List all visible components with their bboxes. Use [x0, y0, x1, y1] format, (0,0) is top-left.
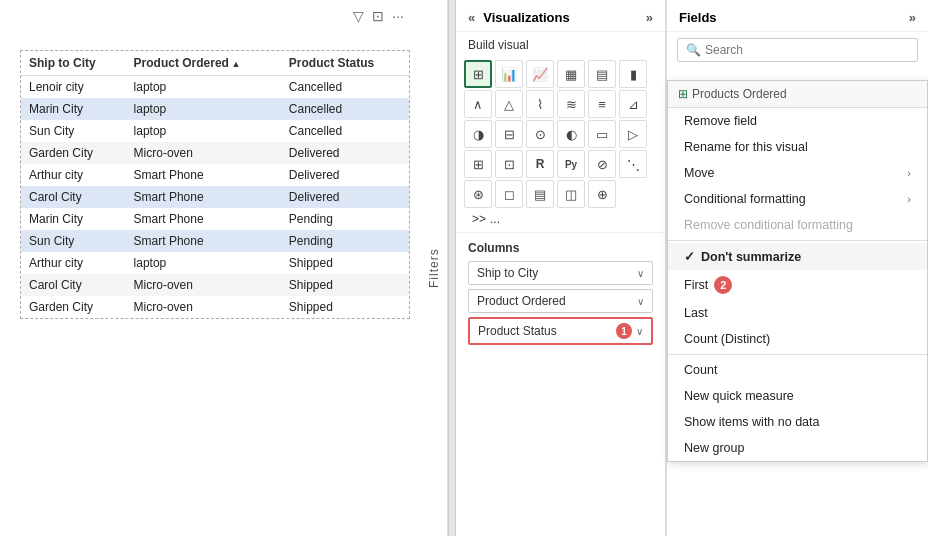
- table-cell-product: Smart Phone: [126, 164, 281, 186]
- context-menu-item-11[interactable]: Show items with no data: [668, 409, 927, 435]
- viz-col-icon[interactable]: ▮: [619, 60, 647, 88]
- table-row: Arthur citylaptopShipped: [21, 252, 409, 274]
- field-pill-2[interactable]: Product Status1∨: [468, 317, 653, 345]
- table-cell-city: Marin City: [21, 208, 126, 230]
- viz-combo-icon[interactable]: ⌇: [526, 90, 554, 118]
- viz-map-icon[interactable]: ⊙: [526, 120, 554, 148]
- table-cell-product: laptop: [126, 76, 281, 99]
- context-menu-item-8[interactable]: Count (Distinct): [668, 326, 927, 352]
- context-menu-header: ⊞ Products Ordered: [668, 81, 927, 108]
- context-menu-item-6[interactable]: First2: [668, 270, 927, 300]
- table-cell-status: Shipped: [281, 274, 409, 296]
- viz-row-1: ⊞ 📊 📈 ▦ ▤ ▮: [464, 60, 657, 88]
- viz-collapse-arrow[interactable]: «: [468, 10, 475, 25]
- filters-sidebar[interactable]: Filters: [420, 0, 448, 536]
- table-cell-status: Shipped: [281, 252, 409, 274]
- table-cell-status: Cancelled: [281, 120, 409, 142]
- table-cell-status: Delivered: [281, 164, 409, 186]
- menu-item-label-0: Remove field: [684, 114, 757, 128]
- viz-shape-icon[interactable]: ◫: [557, 180, 585, 208]
- table-area: ▽ ⊡ ··· Ship to City Product Ordered Pro…: [0, 0, 420, 536]
- context-menu-item-2[interactable]: Move›: [668, 160, 927, 186]
- table-cell-city: Lenoir city: [21, 76, 126, 99]
- table-cell-city: Garden City: [21, 142, 126, 164]
- menu-item-label-8: Count (Distinct): [684, 332, 770, 346]
- field-pill-label-1: Product Ordered: [477, 294, 566, 308]
- build-visual-label: Build visual: [456, 32, 665, 56]
- menu-divider: [668, 240, 927, 241]
- menu-item-label-3: Conditional formatting: [684, 192, 806, 206]
- table-cell-status: Delivered: [281, 142, 409, 164]
- viz-smart-icon[interactable]: ⊛: [464, 180, 492, 208]
- menu-item-label-11: Show items with no data: [684, 415, 820, 429]
- viz-py-icon[interactable]: Py: [557, 150, 585, 178]
- viz-stacked-icon[interactable]: ▤: [588, 60, 616, 88]
- data-table: Ship to City Product Ordered Product Sta…: [20, 50, 410, 319]
- viz-bar2-icon[interactable]: ▦: [557, 60, 585, 88]
- table-icon: ⊞: [678, 87, 688, 101]
- viz-pie-icon[interactable]: ◑: [464, 120, 492, 148]
- viz-expand-arrow[interactable]: »: [646, 10, 653, 25]
- viz-bar-icon[interactable]: 📊: [495, 60, 523, 88]
- search-input[interactable]: [705, 43, 909, 57]
- viz-more[interactable]: >> ...: [464, 210, 657, 228]
- fields-expand[interactable]: »: [909, 10, 916, 25]
- filter-icon[interactable]: ▽: [353, 8, 364, 24]
- viz-slicer-icon[interactable]: ▤: [526, 180, 554, 208]
- right-side: « Visualizations » Build visual ⊞ 📊 📈 ▦ …: [456, 0, 928, 536]
- viz-funnel-icon[interactable]: ⊿: [619, 90, 647, 118]
- search-icon: 🔍: [686, 43, 701, 57]
- viz-filled-map-icon[interactable]: ⊕: [588, 180, 616, 208]
- table-row: Garden CityMicro-ovenShipped: [21, 296, 409, 318]
- viz-ribbon-icon[interactable]: ≋: [557, 90, 585, 118]
- viz-waterfall-icon[interactable]: ≡: [588, 90, 616, 118]
- viz-kpi-icon[interactable]: ▷: [619, 120, 647, 148]
- context-menu-item-7[interactable]: Last: [668, 300, 927, 326]
- viz-matrix-icon[interactable]: ⊞: [464, 150, 492, 178]
- context-menu-item-5[interactable]: ✓ Don't summarize: [668, 243, 927, 270]
- table-row: Lenoir citylaptopCancelled: [21, 76, 409, 99]
- context-menu-item-0[interactable]: Remove field: [668, 108, 927, 134]
- context-menu-item-12[interactable]: New group: [668, 435, 927, 461]
- viz-row-4: ⊞ ⊡ R Py ⊘ ⋱: [464, 150, 657, 178]
- field-pill-0[interactable]: Ship to City∨: [468, 261, 653, 285]
- context-menu-item-9[interactable]: Count: [668, 357, 927, 383]
- viz-scatter-icon[interactable]: △: [495, 90, 523, 118]
- col-header-product: Product Ordered: [126, 51, 281, 76]
- visualizations-panel: « Visualizations » Build visual ⊞ 📊 📈 ▦ …: [456, 0, 666, 536]
- table-cell-status: Pending: [281, 230, 409, 252]
- menu-item-label-9: Count: [684, 363, 717, 377]
- more-icon[interactable]: ···: [392, 8, 404, 24]
- viz-row-3: ◑ ⊟ ⊙ ◐ ▭ ▷: [464, 120, 657, 148]
- menu-item-label-12: New group: [684, 441, 744, 455]
- viz-table-icon[interactable]: ⊞: [464, 60, 492, 88]
- toolbar-icons: ▽ ⊡ ···: [353, 8, 404, 24]
- viz-table2-icon[interactable]: ⊡: [495, 150, 523, 178]
- viz-area-icon[interactable]: ∧: [464, 90, 492, 118]
- viz-qs-icon[interactable]: ⊘: [588, 150, 616, 178]
- field-pill-arrow-1: ∨: [637, 296, 644, 307]
- submenu-arrow-2: ›: [907, 167, 911, 179]
- menu-item-label-10: New quick measure: [684, 389, 794, 403]
- table-row: Garden CityMicro-ovenDelivered: [21, 142, 409, 164]
- field-badge-2: 1: [616, 323, 632, 339]
- table-cell-city: Marin City: [21, 98, 126, 120]
- viz-gauge-icon[interactable]: ◐: [557, 120, 585, 148]
- field-pill-1[interactable]: Product Ordered∨: [468, 289, 653, 313]
- viz-line-icon[interactable]: 📈: [526, 60, 554, 88]
- viz-chat-icon[interactable]: ◻: [495, 180, 523, 208]
- check-mark-icon: ✓: [684, 249, 695, 264]
- fields-panel: Fields » 🔍 ⊞ Products Ordered Remove fie…: [666, 0, 928, 536]
- table-cell-product: Micro-oven: [126, 296, 281, 318]
- context-menu-item-3[interactable]: Conditional formatting›: [668, 186, 927, 212]
- viz-r-icon[interactable]: R: [526, 150, 554, 178]
- table-row: Marin CitylaptopCancelled: [21, 98, 409, 120]
- fields-header: Fields »: [667, 0, 928, 32]
- viz-card-icon[interactable]: ▭: [588, 120, 616, 148]
- search-box[interactable]: 🔍: [677, 38, 918, 62]
- viz-treemap-icon[interactable]: ⊟: [495, 120, 523, 148]
- focus-icon[interactable]: ⊡: [372, 8, 384, 24]
- context-menu-item-1[interactable]: Rename for this visual: [668, 134, 927, 160]
- viz-decomp-icon[interactable]: ⋱: [619, 150, 647, 178]
- context-menu-item-10[interactable]: New quick measure: [668, 383, 927, 409]
